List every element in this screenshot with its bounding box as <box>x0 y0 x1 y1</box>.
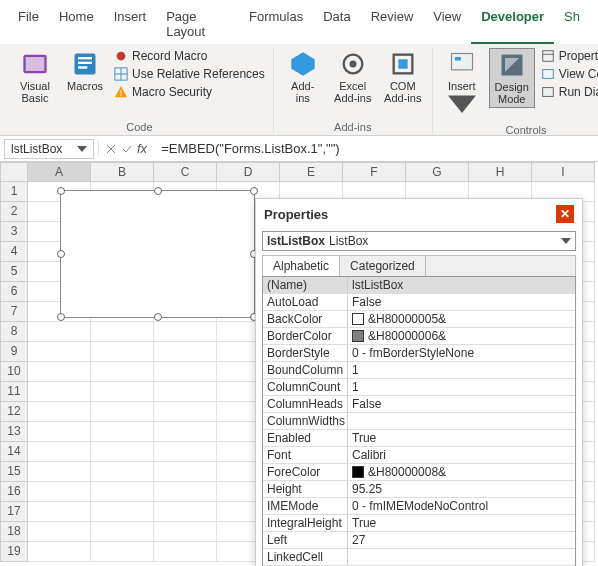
property-row[interactable]: Left27 <box>263 532 575 549</box>
cell[interactable] <box>154 422 217 442</box>
resize-handle[interactable] <box>154 187 162 195</box>
cell[interactable] <box>28 482 91 502</box>
column-header[interactable]: I <box>532 162 595 182</box>
property-value[interactable]: 27 <box>348 532 575 548</box>
column-header[interactable]: C <box>154 162 217 182</box>
cell[interactable] <box>28 542 91 562</box>
row-header[interactable]: 16 <box>0 482 28 502</box>
accept-icon[interactable] <box>121 143 133 155</box>
row-header[interactable]: 18 <box>0 522 28 542</box>
row-header[interactable]: 10 <box>0 362 28 382</box>
cell[interactable] <box>154 462 217 482</box>
column-header[interactable]: D <box>217 162 280 182</box>
cell[interactable] <box>154 322 217 342</box>
tab-view[interactable]: View <box>423 4 471 44</box>
listbox-control[interactable] <box>60 190 255 318</box>
property-row[interactable]: Height95.25 <box>263 481 575 498</box>
property-value[interactable]: 1 <box>348 379 575 395</box>
cell[interactable] <box>154 442 217 462</box>
cell[interactable] <box>28 442 91 462</box>
object-selector[interactable]: lstListBoxListBox <box>262 231 576 251</box>
property-row[interactable]: BoundColumn1 <box>263 362 575 379</box>
property-value[interactable]: 0 - fmIMEModeNoControl <box>348 498 575 514</box>
visual-basic-button[interactable]: Visual Basic <box>12 48 58 106</box>
cell[interactable] <box>28 382 91 402</box>
row-header[interactable]: 15 <box>0 462 28 482</box>
property-value[interactable] <box>348 413 575 429</box>
cell[interactable] <box>91 542 154 562</box>
cell[interactable] <box>28 322 91 342</box>
row-header[interactable]: 5 <box>0 262 28 282</box>
row-header[interactable]: 19 <box>0 542 28 562</box>
cancel-icon[interactable] <box>105 143 117 155</box>
insert-control-button[interactable]: Insert <box>439 48 485 122</box>
property-row[interactable]: ColumnHeadsFalse <box>263 396 575 413</box>
relative-refs-button[interactable]: Use Relative References <box>112 66 267 82</box>
property-value[interactable] <box>348 549 575 565</box>
column-header[interactable]: B <box>91 162 154 182</box>
close-button[interactable]: ✕ <box>556 205 574 223</box>
cell[interactable] <box>91 382 154 402</box>
property-row[interactable]: FontCalibri <box>263 447 575 464</box>
name-box[interactable]: lstListBox <box>4 139 94 159</box>
resize-handle[interactable] <box>57 250 65 258</box>
cell[interactable] <box>154 502 217 522</box>
com-addins-button[interactable]: COM Add-ins <box>380 48 426 106</box>
cell[interactable] <box>28 342 91 362</box>
tab-insert[interactable]: Insert <box>104 4 157 44</box>
row-header[interactable]: 8 <box>0 322 28 342</box>
resize-handle[interactable] <box>57 187 65 195</box>
cell[interactable] <box>154 522 217 542</box>
column-header[interactable]: E <box>280 162 343 182</box>
formula-input[interactable]: =EMBED("Forms.ListBox.1","") <box>153 139 598 158</box>
tab-share[interactable]: Sh <box>554 4 590 44</box>
cell[interactable] <box>28 462 91 482</box>
tab-review[interactable]: Review <box>361 4 424 44</box>
property-row[interactable]: BackColor&H80000005& <box>263 311 575 328</box>
tab-alphabetic[interactable]: Alphabetic <box>263 256 340 276</box>
property-row[interactable]: ForeColor&H80000008& <box>263 464 575 481</box>
property-value[interactable]: False <box>348 396 575 412</box>
property-row[interactable]: (Name)lstListBox <box>263 277 575 294</box>
column-header[interactable]: A <box>28 162 91 182</box>
cell[interactable] <box>154 362 217 382</box>
cell[interactable] <box>91 502 154 522</box>
property-row[interactable]: BorderColor&H80000006& <box>263 328 575 345</box>
addins-button[interactable]: Add- ins <box>280 48 326 106</box>
column-header[interactable]: G <box>406 162 469 182</box>
resize-handle[interactable] <box>57 313 65 321</box>
property-value[interactable]: &H80000008& <box>348 464 575 480</box>
property-row[interactable]: EnabledTrue <box>263 430 575 447</box>
cell[interactable] <box>154 542 217 562</box>
cell[interactable] <box>91 342 154 362</box>
row-header[interactable]: 12 <box>0 402 28 422</box>
row-header[interactable]: 4 <box>0 242 28 262</box>
property-row[interactable]: LinkedCell <box>263 549 575 566</box>
property-row[interactable]: ColumnCount1 <box>263 379 575 396</box>
row-header[interactable]: 3 <box>0 222 28 242</box>
row-header[interactable]: 13 <box>0 422 28 442</box>
property-value[interactable]: True <box>348 430 575 446</box>
macro-security-button[interactable]: ! Macro Security <box>112 84 267 100</box>
cell[interactable] <box>28 362 91 382</box>
tab-developer[interactable]: Developer <box>471 4 554 44</box>
run-dialog-button[interactable]: Run Dialo <box>539 84 598 100</box>
cell[interactable] <box>91 362 154 382</box>
cell[interactable] <box>154 342 217 362</box>
cell[interactable] <box>154 482 217 502</box>
resize-handle[interactable] <box>154 313 162 321</box>
column-header[interactable]: H <box>469 162 532 182</box>
property-value[interactable]: lstListBox <box>348 277 575 293</box>
row-header[interactable]: 2 <box>0 202 28 222</box>
row-header[interactable]: 1 <box>0 182 28 202</box>
record-macro-button[interactable]: Record Macro <box>112 48 267 64</box>
row-header[interactable]: 14 <box>0 442 28 462</box>
select-all-corner[interactable] <box>0 162 28 182</box>
property-row[interactable]: IntegralHeightTrue <box>263 515 575 532</box>
property-value[interactable]: Calibri <box>348 447 575 463</box>
property-value[interactable]: 1 <box>348 362 575 378</box>
cell[interactable] <box>28 422 91 442</box>
cell[interactable] <box>91 462 154 482</box>
excel-addins-button[interactable]: Excel Add-ins <box>330 48 376 106</box>
cell[interactable] <box>91 422 154 442</box>
